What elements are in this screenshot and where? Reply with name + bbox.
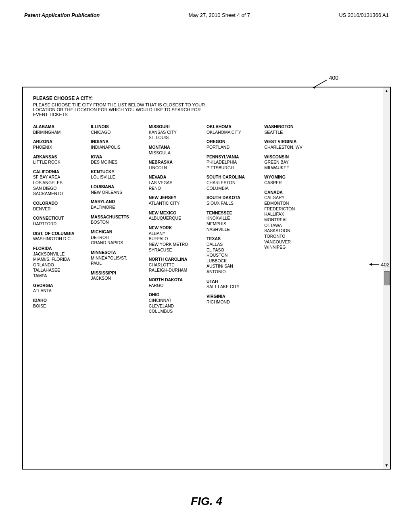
city-name[interactable]: ATLANTIC CITY xyxy=(149,201,204,206)
city-name[interactable]: BALTIMORE xyxy=(91,205,146,210)
city-name[interactable]: ST. LOUIS xyxy=(149,135,204,141)
city-name[interactable]: BIRMINGHAM xyxy=(33,130,89,135)
city-name[interactable]: CLEVELAND xyxy=(149,303,204,309)
scroll-thumb[interactable] xyxy=(384,271,390,285)
city-name[interactable]: CALGARY xyxy=(264,195,320,201)
city-name[interactable]: ALBUQUERQUE xyxy=(149,216,204,221)
city-name[interactable]: DENVER xyxy=(33,206,89,212)
city-name[interactable]: VANCOUVER xyxy=(264,239,320,245)
city-name[interactable]: LAS VEGAS xyxy=(149,180,204,186)
city-name[interactable]: PAUL xyxy=(91,261,146,266)
state-name: IDAHO xyxy=(33,298,89,303)
city-name[interactable]: BOISE xyxy=(33,303,89,309)
city-name[interactable]: TAMPA xyxy=(33,273,89,279)
state-name: NEW YORK xyxy=(149,225,204,231)
state-name: MINNESOTA xyxy=(91,250,146,256)
city-name[interactable]: RICHMOND xyxy=(206,299,262,305)
city-name[interactable]: AUSTIN/ SAN xyxy=(206,264,262,269)
city-name[interactable]: MINNEAPOLIS/ST. xyxy=(91,256,146,261)
city-name[interactable]: GREEN BAY xyxy=(264,160,320,165)
city-name[interactable]: JACKSONVILLE xyxy=(33,251,89,257)
city-name[interactable]: ANTONIO xyxy=(206,269,262,275)
city-name[interactable]: SEATTLE xyxy=(264,130,320,135)
city-name[interactable]: BUFFALO xyxy=(149,236,204,242)
city-name[interactable]: LITTLE ROCK xyxy=(33,160,89,165)
state-group: IOWADES MOINES xyxy=(91,154,146,165)
city-name[interactable]: HARTFORD xyxy=(33,221,89,227)
state-name: NEW MEXICO xyxy=(149,210,204,216)
city-name[interactable]: PHOENIX xyxy=(33,145,89,150)
city-name[interactable]: TALLAHASEE xyxy=(33,268,89,273)
city-name[interactable]: SACRAMENTO xyxy=(33,191,89,197)
city-name[interactable]: DETROIT xyxy=(91,235,146,241)
city-name[interactable]: WASHINGTON D.C. xyxy=(33,236,89,242)
state-group: WYOMINGCASPER xyxy=(264,175,320,185)
city-name[interactable]: EL PASO xyxy=(206,247,262,253)
scroll-arrow-up[interactable]: ▲ xyxy=(385,89,389,93)
city-name[interactable]: PHILADELPHIA xyxy=(206,160,262,165)
city-name[interactable]: PORTLAND xyxy=(206,145,262,150)
city-name[interactable]: NEW ORLEANS xyxy=(91,190,146,195)
city-name[interactable]: BOSTON xyxy=(91,220,146,225)
state-name: UTAH xyxy=(206,279,262,285)
city-name[interactable]: MILWAUKEE xyxy=(264,165,320,171)
city-name[interactable]: GRAND RAPIDS xyxy=(91,240,146,246)
scrollbar[interactable]: ▲ ▼ xyxy=(383,87,390,469)
city-name[interactable]: INDIANAPOLIS xyxy=(91,145,146,150)
city-name[interactable]: MIAMI/S. FLORIDA xyxy=(33,257,89,262)
city-name[interactable]: CHARLESTON, WV xyxy=(264,145,320,150)
city-name[interactable]: LOS ANGELES xyxy=(33,180,89,186)
city-name[interactable]: CINCINNATI xyxy=(149,298,204,303)
state-name: INDIANA xyxy=(91,139,146,145)
city-name[interactable]: LOUISVILLE xyxy=(91,175,146,180)
state-group: MISSOURIKANSAS CITYST. LOUIS xyxy=(149,124,204,141)
city-name[interactable]: HALLIFAX xyxy=(264,212,320,217)
city-name[interactable]: MONTREAL xyxy=(264,217,320,223)
city-name[interactable]: SALT LAKE CITY xyxy=(206,284,262,290)
city-name[interactable]: MEMPHIS xyxy=(206,221,262,227)
city-name[interactable]: LINCOLN xyxy=(149,165,204,171)
city-name[interactable]: FREDERICTON xyxy=(264,206,320,212)
city-name[interactable]: KANSAS CITY xyxy=(149,130,204,135)
city-name[interactable]: ATLANTA xyxy=(33,288,89,294)
city-name[interactable]: OTTAWA xyxy=(264,223,320,229)
city-name[interactable]: RALEIGH-DURHAM xyxy=(149,268,204,273)
city-name[interactable]: SF BAY AREA xyxy=(33,175,89,180)
city-name[interactable]: COLUMBIA xyxy=(206,186,262,191)
annotation-400: 400 xyxy=(329,75,338,81)
city-name[interactable]: SASKATOON xyxy=(264,228,320,234)
city-name[interactable]: ALBANY xyxy=(149,231,204,237)
city-name[interactable]: NASHVILLE xyxy=(206,227,262,233)
city-name[interactable]: SIOUX FALLS xyxy=(206,201,262,206)
city-name[interactable]: ORLANDO xyxy=(33,262,89,268)
city-name[interactable]: RENO xyxy=(149,186,204,191)
city-name[interactable]: KNOXVILLE xyxy=(206,216,262,221)
city-name[interactable]: JACKSON xyxy=(91,276,146,281)
state-name: WEST VIRGINIA xyxy=(264,139,320,145)
city-name[interactable]: HOUSTON xyxy=(206,253,262,258)
state-name: ARIZONA xyxy=(33,139,89,145)
city-name[interactable]: FARGO xyxy=(149,283,204,289)
city-name[interactable]: DES MOINES xyxy=(91,160,146,165)
page-header: Patent Application Publication May 27, 2… xyxy=(0,0,413,22)
city-name[interactable]: EDMONTON xyxy=(264,201,320,206)
city-name[interactable]: MISSOULA xyxy=(149,150,204,156)
city-name[interactable]: NEW YORK METRO xyxy=(149,242,204,247)
city-name[interactable]: SAN DIEGO xyxy=(33,186,89,191)
scroll-arrow-down[interactable]: ▼ xyxy=(385,463,389,468)
city-name[interactable]: CHARLESTON xyxy=(206,180,262,186)
city-name[interactable]: PITTSBURGH xyxy=(206,165,262,171)
city-name[interactable]: LUBBOCK xyxy=(206,258,262,264)
city-name[interactable]: SYRACUSE xyxy=(149,247,204,253)
city-name[interactable]: DALLAS xyxy=(206,242,262,247)
state-name: NEW JERSEY xyxy=(149,195,204,201)
city-name[interactable]: TORONTO xyxy=(264,234,320,239)
city-name[interactable]: CHICAGO xyxy=(91,130,146,135)
city-name[interactable]: COLUMBUS xyxy=(149,309,204,314)
city-name[interactable]: CASPER xyxy=(264,180,320,186)
city-name[interactable]: CHARLOTTE xyxy=(149,262,204,268)
city-name[interactable]: WINNIPEG xyxy=(264,245,320,250)
city-name[interactable]: OKLAHOMA CITY xyxy=(206,130,262,135)
state-group: MONTANAMISSOULA xyxy=(149,145,204,156)
state-group: IDAHOBOISE xyxy=(33,298,89,309)
